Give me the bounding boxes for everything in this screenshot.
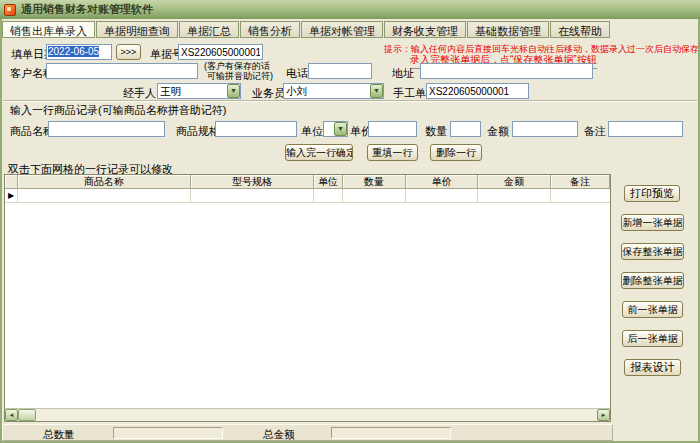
total-qty-label: 总数量 [43,428,75,442]
address-label: 地址 [392,66,414,81]
app-icon [4,4,16,16]
product-spec-input[interactable] [215,121,297,137]
row-selector-icon: ▶ [5,189,18,203]
qty-input[interactable] [450,121,481,137]
report-design-button[interactable]: 报表设计 [624,359,681,376]
grid-row[interactable]: ▶ [5,189,610,203]
window-border-left [0,19,2,443]
unit-label: 单位 [301,124,323,139]
phone-label: 电话 [286,66,308,81]
new-doc-button[interactable]: 新增一张单据 [621,214,684,231]
app-window: 通用销售财务对账管理软件 销售出库单录入 单据明细查询 单据汇总 销售分析 单据… [0,0,700,443]
grid-header-name: 商品名称 [18,175,191,189]
date-picker-button[interactable]: >>> [116,44,141,60]
date-input[interactable]: 2022-06-05 [46,44,112,60]
section-separator [3,100,697,102]
dropdown-arrow-icon[interactable]: ▼ [370,84,383,98]
note-label: 备注 [584,124,606,139]
unit-combo[interactable]: ▼ [323,121,348,137]
grid-header-unit: 单位 [314,175,343,189]
entry-group-title: 输入一行商品记录(可输商品名称拼音助记符) [10,103,226,118]
tab-reconcile-mgmt[interactable]: 单据对帐管理 [301,21,383,38]
handler-value: 王明 [158,84,227,98]
horizontal-scrollbar[interactable]: ◄ ► [5,408,610,421]
tab-online-help[interactable]: 在线帮助 [550,21,610,38]
qty-label: 数量 [425,124,447,139]
handler-combo[interactable]: 王明 ▼ [157,83,241,99]
price-input[interactable] [368,121,417,137]
refill-row-button[interactable]: 重填一行 [367,144,418,161]
handler-label: 经手人 [123,86,156,101]
next-doc-button[interactable]: 后一张单据 [622,330,683,347]
salesman-label: 业务员 [252,86,285,101]
date-selected-text: 2022-06-05 [48,46,99,57]
product-grid[interactable]: 商品名称 型号规格 单位 数量 单价 金额 备注 ▶ ◄ ► [4,174,611,422]
grid-header-price: 单价 [406,175,478,189]
total-amount-field [331,427,451,439]
product-spec-label: 商品规格 [176,124,220,139]
total-amount-label: 总金额 [263,428,295,442]
scroll-left-button[interactable]: ◄ [5,409,18,421]
salesman-value: 小刘 [284,84,370,98]
delete-doc-button[interactable]: 删除整张单据 [621,272,684,289]
tab-base-data-mgmt[interactable]: 基础数据管理 [467,21,549,38]
address-input[interactable] [420,63,593,79]
print-preview-button[interactable]: 打印预览 [624,185,680,202]
tab-finance-mgmt[interactable]: 财务收支管理 [384,21,466,38]
grid-header-row: 商品名称 型号规格 单位 数量 单价 金额 备注 [5,175,610,189]
dropdown-arrow-icon[interactable]: ▼ [334,122,347,136]
grid-header-amount: 金额 [478,175,551,189]
delete-row-button[interactable]: 删除一行 [430,144,482,161]
grid-header-spec: 型号规格 [191,175,314,189]
grid-header-qty: 数量 [343,175,406,189]
scrollbar-track[interactable] [36,409,597,421]
tab-sales-analysis[interactable]: 销售分析 [240,21,300,38]
grid-header-note: 备注 [551,175,610,189]
grid-header-selector [5,175,18,189]
totals-bar: 总数量 总金额 [2,424,613,441]
phone-input[interactable] [308,63,372,79]
scroll-right-button[interactable]: ► [597,409,610,421]
customer-note-line2: 可输拼音助记符) [207,71,273,81]
window-title: 通用销售财务对账管理软件 [21,2,153,17]
save-doc-button[interactable]: 保存整张单据 [621,243,684,260]
amount-input[interactable] [512,121,578,137]
scrollbar-thumb[interactable] [18,409,36,421]
customer-input[interactable] [46,63,198,79]
tab-bar: 销售出库单录入 单据明细查询 单据汇总 销售分析 单据对帐管理 财务收支管理 基… [2,21,611,38]
product-name-input[interactable] [48,121,165,137]
amount-label: 金额 [487,124,509,139]
dropdown-arrow-icon[interactable]: ▼ [227,84,240,98]
confirm-row-button[interactable]: 输入完一行确定 [285,144,353,161]
tab-doc-summary[interactable]: 单据汇总 [179,21,239,38]
salesman-combo[interactable]: 小刘 ▼ [283,83,384,99]
manual-no-input[interactable] [426,83,529,99]
docno-input[interactable] [178,44,263,60]
tab-detail-query[interactable]: 单据明细查询 [96,21,178,38]
total-qty-field [113,427,223,439]
title-bar: 通用销售财务对账管理软件 [0,0,700,19]
tab-sales-entry[interactable]: 销售出库单录入 [2,21,95,38]
customer-note-line1: (客户有保存的话 [204,61,270,71]
note-input[interactable] [608,121,683,137]
prev-doc-button[interactable]: 前一张单据 [622,301,683,318]
